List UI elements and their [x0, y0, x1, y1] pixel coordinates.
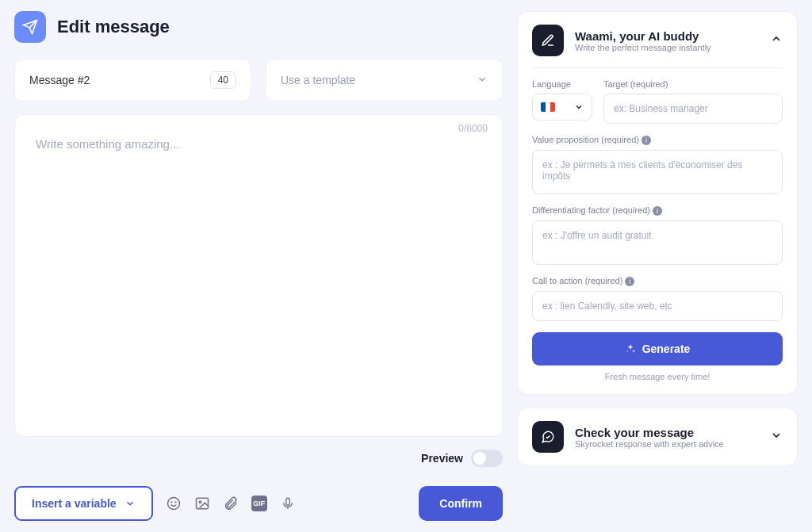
france-flag-icon — [541, 102, 555, 112]
waami-subtitle: Write the perfect message instantly — [575, 43, 759, 52]
value-input[interactable] — [532, 150, 783, 194]
check-icon — [532, 421, 564, 453]
chevron-up-icon[interactable] — [770, 33, 783, 48]
language-label: Language — [532, 79, 592, 89]
cta-label: Call to action (required)i — [532, 276, 783, 286]
check-title: Check your message — [575, 426, 759, 439]
preview-label: Preview — [421, 452, 463, 465]
info-icon[interactable]: i — [625, 277, 634, 286]
svg-point-2 — [175, 502, 176, 503]
generate-button[interactable]: Generate — [532, 332, 783, 366]
chevron-down-icon[interactable] — [770, 429, 783, 445]
confirm-button[interactable]: Confirm — [419, 486, 503, 521]
image-icon[interactable] — [194, 496, 210, 511]
gif-icon[interactable]: GIF — [251, 496, 267, 511]
fresh-message-label: Fresh message every time! — [532, 372, 783, 381]
value-label: Value proposition (required)i — [532, 135, 783, 145]
template-select[interactable]: Use a template — [266, 59, 503, 101]
waami-title: Waami, your AI buddy — [575, 29, 759, 43]
svg-rect-5 — [285, 498, 289, 505]
edit-icon — [532, 25, 564, 56]
chevron-down-icon — [477, 74, 488, 87]
preview-toggle[interactable] — [471, 450, 503, 467]
target-label: Target (required) — [603, 79, 783, 89]
chevron-down-icon — [574, 102, 584, 112]
svg-rect-3 — [196, 498, 208, 508]
info-icon[interactable]: i — [653, 206, 662, 216]
svg-point-1 — [171, 502, 172, 503]
page-header: Edit message — [14, 11, 503, 43]
message-name-input[interactable]: Message #2 40 — [14, 59, 251, 101]
waami-panel: Waami, your AI buddy Write the perfect m… — [517, 11, 798, 395]
message-char-count: 40 — [210, 71, 236, 89]
target-input[interactable] — [603, 94, 783, 124]
sparkle-icon — [625, 343, 636, 354]
insert-variable-button[interactable]: Insert a variable — [14, 486, 153, 521]
editor-counter: 0/8000 — [458, 123, 488, 134]
page-title: Edit message — [57, 17, 170, 37]
language-select[interactable] — [532, 94, 592, 121]
message-editor[interactable]: 0/8000 Write something amazing... — [14, 114, 503, 437]
check-subtitle: Skyrocket response with expert advice — [575, 439, 759, 449]
diff-input[interactable] — [532, 220, 783, 265]
svg-point-0 — [167, 498, 179, 510]
template-placeholder: Use a template — [281, 74, 355, 86]
info-icon[interactable]: i — [642, 136, 651, 145]
emoji-icon[interactable] — [166, 496, 182, 511]
editor-placeholder: Write something amazing... — [36, 137, 481, 151]
cta-input[interactable] — [532, 291, 783, 321]
attachment-icon[interactable] — [223, 496, 239, 511]
send-icon — [14, 11, 46, 43]
check-panel[interactable]: Check your message Skyrocket response wi… — [517, 408, 798, 466]
svg-point-4 — [199, 501, 201, 503]
message-name-label: Message #2 — [29, 74, 90, 86]
chevron-down-icon — [124, 498, 136, 509]
microphone-icon[interactable] — [280, 496, 296, 511]
diff-label: Differentiating factor (required)i — [532, 205, 783, 216]
